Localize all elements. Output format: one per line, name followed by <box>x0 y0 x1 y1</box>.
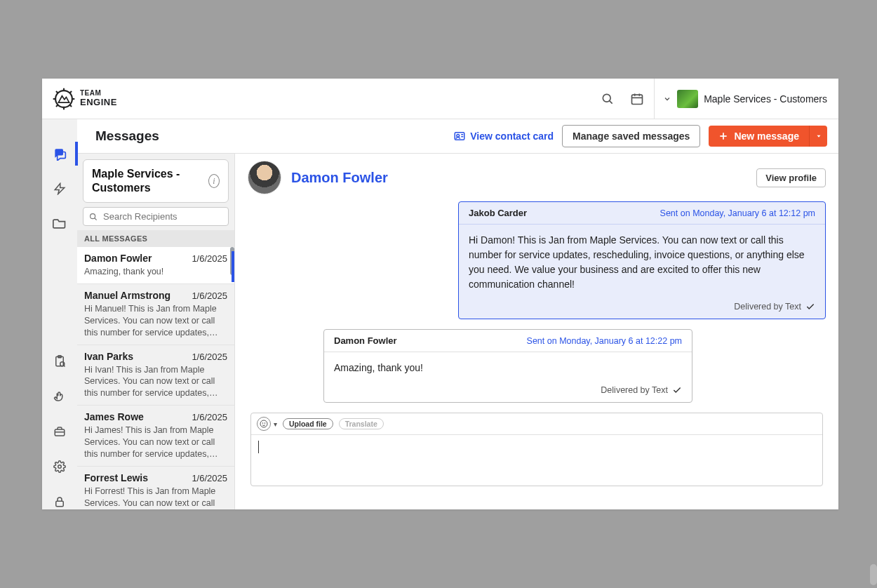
svg-point-9 <box>603 94 611 102</box>
search-recipients <box>83 207 229 226</box>
account-name: Maple Services - Customers <box>704 93 827 105</box>
thread-preview: Hi Ivan! This is Jan from Maple Services… <box>84 364 227 400</box>
svg-line-32 <box>95 218 97 220</box>
rail-briefcase-icon[interactable] <box>52 424 67 439</box>
thread-preview: Hi Forrest! This is Jan from Maple Servi… <box>84 486 227 509</box>
thread-date: 1/6/2025 <box>192 253 227 264</box>
svg-point-33 <box>260 420 267 427</box>
page-header: Messages View contact card Manage saved … <box>77 119 838 153</box>
brand-line2: ENGINE <box>80 98 117 107</box>
svg-rect-23 <box>56 501 64 507</box>
translate-button[interactable]: Translate <box>339 418 384 429</box>
group-card: Maple Services - Customers i <box>83 159 229 203</box>
svg-line-8 <box>56 105 58 107</box>
compose-box: ▾ Upload file Translate <box>250 413 823 486</box>
compose-textarea[interactable] <box>251 435 822 486</box>
thread-item[interactable]: Manuel Armstrong 1/6/2025 Hi Manuel! Thi… <box>77 284 234 345</box>
thread-name: Damon Fowler <box>84 253 152 264</box>
gear-mountain-icon <box>52 87 76 111</box>
conversation-column: Damon Fowler View profile Jakob Carder S… <box>235 154 838 509</box>
calendar-icon[interactable] <box>629 91 645 107</box>
group-name: Maple Services - Customers <box>92 167 208 195</box>
thread-preview: Amazing, thank you! <box>84 266 227 278</box>
all-messages-header: ALL MESSAGES <box>77 230 234 247</box>
rail-tap-icon[interactable] <box>52 389 67 404</box>
search-icon <box>88 212 98 222</box>
message-sender: Damon Fowler <box>334 335 397 346</box>
svg-point-31 <box>91 213 95 218</box>
account-switcher[interactable]: Maple Services - Customers <box>654 79 827 119</box>
contact-avatar <box>248 161 281 194</box>
thread-preview: Hi James! This is Jan from Maple Service… <box>84 425 227 460</box>
search-recipients-input[interactable] <box>83 207 229 226</box>
plus-icon <box>718 131 728 141</box>
compose-toolbar: ▾ Upload file Translate <box>251 413 822 435</box>
message-sender: Jakob Carder <box>469 208 527 218</box>
message-timestamp: Sent on Monday, January 6 at 12:12 pm <box>660 208 815 218</box>
check-icon <box>672 385 682 395</box>
new-message-group: New message <box>709 126 827 147</box>
thread-item[interactable]: Ivan Parks 1/6/2025 Hi Ivan! This is Jan… <box>77 345 234 406</box>
rail-messages-icon[interactable] <box>52 146 67 161</box>
threads-column: Maple Services - Customers i ALL MESSAGE… <box>77 154 235 509</box>
thread-date: 1/6/2025 <box>192 412 227 422</box>
thread-item[interactable]: Forrest Lewis 1/6/2025 Hi Forrest! This … <box>77 467 234 509</box>
manage-saved-button[interactable]: Manage saved messages <box>562 125 700 147</box>
svg-rect-11 <box>632 95 643 104</box>
svg-line-5 <box>56 91 58 93</box>
columns: Maple Services - Customers i ALL MESSAGE… <box>77 153 838 509</box>
svg-point-35 <box>265 423 265 424</box>
brand-logo: TEAM ENGINE <box>52 87 117 111</box>
contact-name-link[interactable]: Damon Fowler <box>291 170 388 186</box>
main: Messages View contact card Manage saved … <box>77 119 838 509</box>
conversation-header: Damon Fowler View profile <box>235 154 838 201</box>
thread-name: Manuel Armstrong <box>84 290 170 301</box>
rail-folder-icon[interactable] <box>52 216 67 232</box>
search-icon[interactable] <box>599 91 616 107</box>
svg-point-22 <box>58 465 62 469</box>
page-scrollbar[interactable] <box>870 564 877 585</box>
rail-bolt-icon[interactable] <box>52 181 67 196</box>
thread-date: 1/6/2025 <box>192 290 227 301</box>
thread-item[interactable]: Damon Fowler 1/6/2025 Amazing, thank you… <box>77 247 234 284</box>
side-rail <box>42 119 77 509</box>
svg-line-10 <box>610 100 612 103</box>
message-incoming: Damon Fowler Sent on Monday, January 6 a… <box>323 329 692 403</box>
thread-preview: Hi Manuel! This is Jan from Maple Servic… <box>84 303 227 339</box>
emoji-dropdown-icon[interactable]: ▾ <box>274 420 277 428</box>
thread-name: James Rowe <box>84 411 144 422</box>
thread-item[interactable]: James Rowe 1/6/2025 Hi James! This is Ja… <box>77 406 234 467</box>
chevron-down-icon <box>663 95 671 103</box>
view-contact-card-link[interactable]: View contact card <box>453 130 554 142</box>
rail-clipboard-icon[interactable] <box>52 354 67 369</box>
message-body: Amazing, thank you! <box>324 352 692 381</box>
new-message-text: New message <box>734 131 799 142</box>
check-icon <box>805 302 815 312</box>
svg-line-7 <box>70 91 72 93</box>
app-frame: TEAM ENGINE Maple Services - Customers <box>42 79 838 509</box>
svg-marker-30 <box>817 135 820 138</box>
page-title: Messages <box>95 128 159 144</box>
rail-settings-icon[interactable] <box>52 459 67 474</box>
view-profile-button[interactable]: View profile <box>756 168 826 187</box>
svg-marker-15 <box>55 184 65 194</box>
rail-lock-icon[interactable] <box>52 494 67 509</box>
caret-down-icon <box>815 133 822 140</box>
message-status: Delivered by Text <box>601 385 668 395</box>
message-timestamp: Sent on Monday, January 6 at 12:22 pm <box>527 336 682 346</box>
new-message-button[interactable]: New message <box>709 126 809 147</box>
thread-name: Forrest Lewis <box>84 472 148 483</box>
conversation-body: Jakob Carder Sent on Monday, January 6 a… <box>235 201 838 509</box>
svg-line-19 <box>64 366 65 367</box>
upload-file-button[interactable]: Upload file <box>283 418 333 429</box>
top-icons <box>599 91 645 107</box>
new-message-dropdown[interactable] <box>809 126 827 147</box>
thread-date: 1/6/2025 <box>192 473 227 483</box>
body: Messages View contact card Manage saved … <box>42 119 838 509</box>
svg-point-25 <box>457 134 460 137</box>
account-avatar <box>677 90 698 108</box>
svg-point-34 <box>262 423 263 424</box>
info-icon[interactable]: i <box>208 174 220 188</box>
emoji-button[interactable] <box>257 417 271 431</box>
thread-list: Damon Fowler 1/6/2025 Amazing, thank you… <box>77 247 234 509</box>
